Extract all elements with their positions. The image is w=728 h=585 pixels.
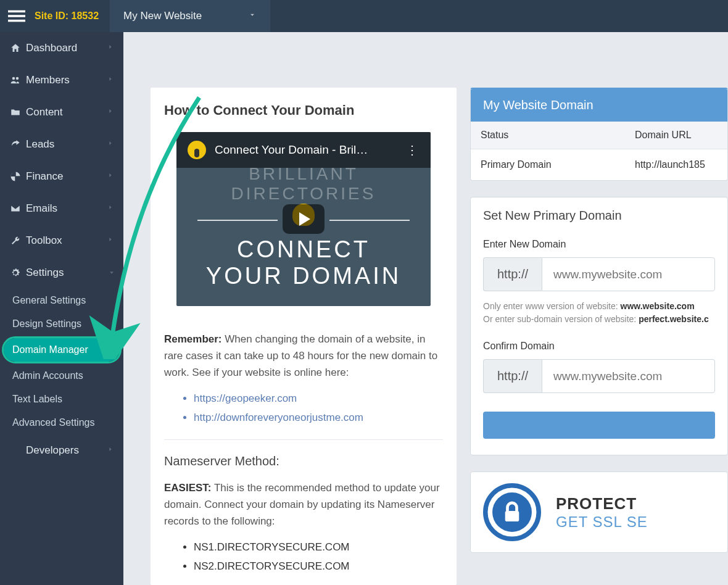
sidebar-item-label: Dashboard [26, 42, 77, 54]
how-to-body: Remember: When changing the domain of a … [164, 331, 443, 585]
sidebar-item-settings[interactable]: Settings [0, 257, 123, 289]
table-row: Primary Domain http://launch185 [471, 149, 727, 180]
cell-status: Primary Domain [471, 149, 625, 180]
pie-icon [10, 171, 26, 182]
new-domain-input[interactable] [542, 257, 715, 291]
site-name: My New Website [123, 10, 202, 22]
video-title: Connect Your Domain - Bril… [215, 143, 368, 157]
how-to-panel: How to Connect Your Domain BRILLIANT DIR… [151, 88, 457, 585]
hamburger-menu[interactable] [0, 0, 33, 32]
svg-rect-1 [8, 15, 25, 17]
remember-label: Remember: [164, 333, 222, 345]
chevron-right-icon [107, 138, 114, 151]
bulb-icon [188, 141, 206, 159]
nameserver-heading: Nameserver Method: [164, 451, 443, 471]
sidebar-item-label: Leads [26, 138, 54, 151]
my-domain-panel: My Website Domain Status Domain URL Prim… [470, 88, 728, 181]
video-overlay-text: CONNECTYOUR DOMAIN [176, 236, 431, 290]
chevron-right-icon [107, 444, 114, 457]
sidebar-item-content[interactable]: Content [0, 96, 123, 128]
ssl-line2: GET SSL SE [556, 513, 648, 531]
chevron-right-icon [107, 202, 114, 215]
menu-icon [8, 7, 25, 25]
video-header: Connect Your Domain - Bril… ⋮ [176, 132, 431, 168]
sidebar-item-leads[interactable]: Leads [0, 128, 123, 160]
set-domain-heading: Set New Primary Domain [483, 209, 715, 223]
topbar: Site ID: 18532 My New Website [0, 0, 728, 32]
divider-line [329, 220, 410, 221]
col-status: Status [471, 122, 625, 149]
divider-line [197, 220, 278, 221]
sidebar-item-label: Toolbox [26, 234, 62, 247]
gear-icon [10, 267, 26, 278]
cell-url: http://launch185 [625, 149, 727, 180]
video-thumbnail[interactable]: BRILLIANT DIRECTORIES CONNECTYOUR DOMAIN… [176, 132, 431, 306]
users-icon [10, 75, 26, 86]
http-prefix: http:// [483, 359, 542, 393]
sidebar-item-label: Settings [26, 267, 64, 279]
chevron-right-icon [107, 170, 114, 183]
chevron-right-icon [107, 42, 114, 54]
easiest-label: EASIEST: [164, 482, 212, 494]
right-column: My Website Domain Status Domain URL Prim… [470, 88, 728, 569]
sidebar-item-label: Finance [26, 170, 63, 183]
envelope-icon [10, 203, 26, 214]
enter-domain-label: Enter New Domain [483, 239, 715, 250]
svg-rect-0 [8, 10, 25, 13]
ns-record: NS1.DIRECTORYSECURE.COM [194, 539, 443, 555]
sidebar-item-finance[interactable]: Finance [0, 160, 123, 193]
how-to-heading: How to Connect Your Domain [164, 102, 443, 118]
wrench-icon [10, 235, 26, 246]
sidebar-item-developers[interactable]: Developers [0, 434, 123, 467]
ns-record: NS2.DIRECTORYSECURE.COM [194, 558, 443, 575]
link-downfor[interactable]: http://downforeveryoneorjustme.com [194, 409, 443, 426]
help-text: Only enter www version of website: www.w… [483, 300, 715, 326]
home-icon [10, 43, 26, 54]
ssl-line1: PROTECT [556, 494, 648, 513]
svg-rect-5 [505, 511, 519, 521]
chevron-right-icon [107, 106, 114, 118]
ssl-panel: PROTECT GET SSL SE [470, 471, 728, 553]
divider [164, 439, 443, 440]
lock-icon [483, 483, 541, 541]
sidebar-item-toolbox[interactable]: Toolbox [0, 225, 123, 257]
site-id-label: Site ID: 18532 [33, 10, 110, 22]
sidebar-subitem-admin-accounts[interactable]: Admin Accounts [0, 364, 123, 388]
sidebar: DashboardMembersContentLeadsFinanceEmail… [0, 32, 123, 585]
confirm-domain-label: Confirm Domain [483, 341, 715, 352]
sidebar-subitem-advanced-settings[interactable]: Advanced Settings [0, 411, 123, 434]
play-button[interactable] [283, 204, 325, 234]
chevron-right-icon [107, 234, 114, 247]
sidebar-item-label: Members [26, 74, 70, 86]
link-geopeeker[interactable]: https://geopeeker.com [194, 390, 443, 407]
panel-heading: My Website Domain [471, 89, 727, 122]
chevron-right-icon [107, 74, 114, 86]
sidebar-subitem-design-settings[interactable]: Design Settings [0, 312, 123, 336]
col-url: Domain URL [625, 122, 727, 149]
sliders-icon [10, 445, 26, 456]
svg-rect-2 [8, 20, 25, 22]
submit-button[interactable] [483, 412, 715, 439]
sidebar-item-label: Emails [26, 202, 57, 215]
sidebar-subitem-domain-manager[interactable]: Domain Manager [4, 338, 120, 362]
chevron-down-icon [248, 10, 257, 22]
confirm-domain-input[interactable] [542, 359, 715, 393]
table-header: Status Domain URL [471, 122, 727, 149]
folder-icon [10, 107, 26, 118]
chevron-right-icon [104, 270, 117, 276]
video-brand-text: BRILLIANT DIRECTORIES [176, 164, 431, 204]
sidebar-item-dashboard[interactable]: Dashboard [0, 32, 123, 64]
sidebar-subitem-general-settings[interactable]: General Settings [0, 289, 123, 312]
sidebar-subitem-text-labels[interactable]: Text Labels [0, 388, 123, 411]
more-icon[interactable]: ⋮ [406, 143, 420, 157]
share-icon [10, 139, 26, 150]
set-domain-panel: Set New Primary Domain Enter New Domain … [470, 197, 728, 455]
sidebar-item-emails[interactable]: Emails [0, 193, 123, 225]
sidebar-item-label: Developers [26, 444, 79, 457]
http-prefix: http:// [483, 257, 542, 291]
site-selector[interactable]: My New Website [110, 0, 270, 32]
sidebar-item-members[interactable]: Members [0, 64, 123, 96]
sidebar-item-label: Content [26, 106, 63, 118]
